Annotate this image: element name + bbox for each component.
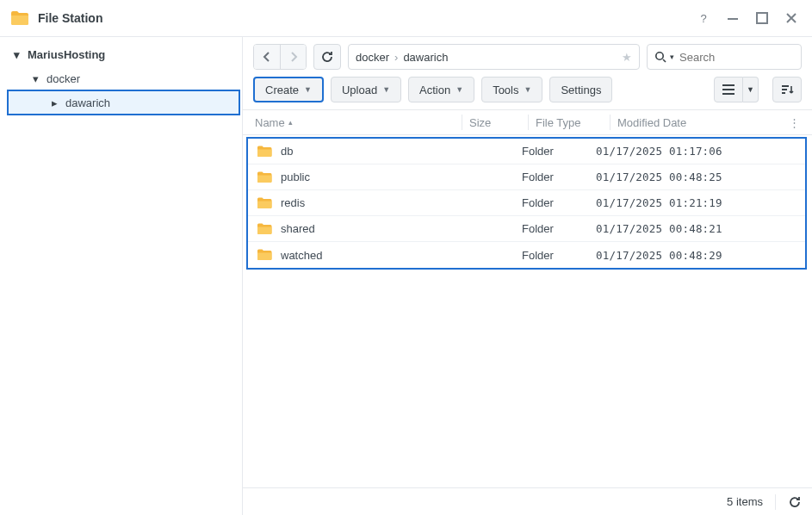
svg-point-2 [656, 53, 663, 59]
file-type: Folder [522, 249, 596, 262]
caret-down-icon: ▼ [382, 85, 390, 94]
file-modified: 01/17/2025 00:48:29 [596, 249, 797, 262]
table-row[interactable]: redisFolder01/17/2025 01:21:19 [248, 190, 805, 216]
search-input[interactable] [679, 51, 794, 64]
list-view-button[interactable] [714, 77, 743, 102]
refresh-button[interactable] [313, 44, 341, 70]
action-toolbar: Create▼ Upload▼ Action▼ Tools▼ Settings … [243, 73, 812, 109]
app-folder-icon [10, 10, 29, 26]
table-row[interactable]: watchedFolder01/17/2025 00:48:29 [248, 242, 805, 268]
settings-button[interactable]: Settings [549, 77, 612, 102]
file-name: db [281, 145, 293, 158]
maximize-button[interactable] [752, 8, 772, 28]
caret-down-icon: ▼ [304, 85, 312, 94]
sort-asc-icon: ▴ [288, 118, 293, 127]
column-menu-icon[interactable]: ⋮ [788, 116, 800, 129]
file-modified: 01/17/2025 00:48:21 [596, 222, 797, 235]
column-size[interactable]: Size [469, 116, 528, 129]
rows-highlight-box: dbFolder01/17/2025 01:17:06publicFolder0… [246, 137, 807, 270]
back-button[interactable] [254, 45, 280, 69]
file-name: shared [281, 222, 315, 235]
view-dropdown-button[interactable]: ▼ [743, 77, 759, 102]
column-modified[interactable]: Modified Date [617, 116, 788, 129]
close-button[interactable] [781, 8, 802, 28]
svg-rect-1 [757, 13, 767, 23]
folder-icon [257, 171, 272, 183]
file-type: Folder [522, 222, 596, 235]
tree-item-docker[interactable]: ▾ docker [0, 66, 242, 90]
forward-button[interactable] [280, 45, 306, 69]
file-type: Folder [522, 145, 596, 158]
help-button[interactable]: ? [693, 8, 714, 28]
table-header: Name▴ Size File Type Modified Date ⋮ [243, 109, 812, 135]
main-panel: docker › dawarich ★ ▾ Create▼ Upload▼ Ac… [243, 37, 812, 515]
action-button[interactable]: Action▼ [408, 77, 474, 102]
caret-down-icon: ▼ [456, 85, 463, 94]
tree-item-label: docker [46, 72, 80, 85]
minimize-button[interactable] [722, 8, 743, 28]
favorite-star-icon[interactable]: ★ [622, 51, 632, 64]
refresh-icon[interactable] [788, 495, 802, 509]
file-table: Name▴ Size File Type Modified Date ⋮ dbF… [243, 109, 812, 487]
folder-icon [257, 146, 272, 158]
sidebar-tree: ▾ MariusHosting ▾ docker ▸ dawarich [0, 37, 243, 515]
create-button[interactable]: Create▼ [253, 77, 324, 102]
file-name: redis [281, 196, 305, 209]
chevron-right-icon: › [394, 51, 398, 64]
table-row[interactable]: publicFolder01/17/2025 00:48:25 [248, 164, 805, 190]
file-modified: 01/17/2025 00:48:25 [596, 171, 797, 183]
upload-button[interactable]: Upload▼ [331, 77, 401, 102]
folder-icon [257, 197, 272, 209]
tools-button[interactable]: Tools▼ [481, 77, 542, 102]
caret-down-icon: ▼ [524, 85, 532, 94]
table-row[interactable]: dbFolder01/17/2025 01:17:06 [248, 139, 805, 164]
window-title: File Station [38, 11, 685, 25]
file-type: Folder [522, 171, 596, 183]
column-name[interactable]: Name▴ [255, 116, 462, 129]
tree-item-dawarich[interactable]: ▸ dawarich [0, 90, 242, 115]
breadcrumb-segment[interactable]: dawarich [403, 51, 448, 64]
tree-root[interactable]: ▾ MariusHosting [0, 42, 242, 66]
file-name: public [281, 171, 310, 183]
svg-rect-0 [728, 18, 738, 20]
file-name: watched [281, 249, 322, 262]
nav-toolbar: docker › dawarich ★ ▾ [243, 37, 812, 73]
sort-button[interactable] [772, 77, 802, 102]
titlebar: File Station ? [0, 0, 812, 36]
tree-root-label: MariusHosting [28, 48, 105, 61]
status-bar: 5 items [243, 487, 812, 515]
folder-icon [257, 223, 272, 235]
table-row[interactable]: sharedFolder01/17/2025 00:48:21 [248, 216, 805, 242]
breadcrumb-segment[interactable]: docker [356, 51, 389, 64]
item-count: 5 items [727, 495, 763, 508]
caret-down-icon: ▾ [31, 72, 40, 85]
file-modified: 01/17/2025 01:17:06 [596, 145, 797, 158]
file-type: Folder [522, 196, 596, 209]
search-dropdown-icon[interactable]: ▾ [670, 53, 674, 61]
column-type[interactable]: File Type [536, 116, 610, 129]
caret-down-icon: ▾ [12, 48, 21, 61]
caret-right-icon: ▸ [50, 96, 59, 109]
search-box[interactable]: ▾ [647, 44, 802, 70]
tree-item-label: dawarich [65, 96, 110, 109]
search-icon [654, 51, 666, 63]
folder-icon [257, 249, 272, 261]
breadcrumb: docker › dawarich ★ [348, 44, 640, 70]
file-modified: 01/17/2025 01:21:19 [596, 196, 797, 209]
